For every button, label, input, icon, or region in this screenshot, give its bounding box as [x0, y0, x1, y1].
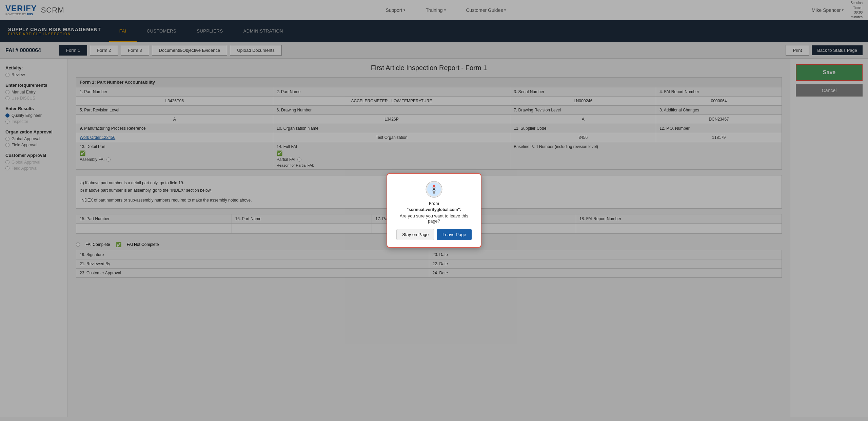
svg-point-4	[433, 188, 435, 190]
modal-buttons: Stay on Page Leave Page	[394, 229, 474, 240]
leave-page-modal: From "scrmuat.verifyglobal.com": Are you…	[387, 173, 481, 248]
modal-from-text: From	[394, 201, 474, 206]
modal-overlay: From "scrmuat.verifyglobal.com": Are you…	[0, 0, 868, 417]
modal-message: Are you sure you want to leave this page…	[394, 213, 474, 224]
stay-on-page-button[interactable]: Stay on Page	[396, 229, 434, 240]
leave-page-button[interactable]: Leave Page	[437, 229, 471, 240]
modal-icon	[426, 181, 442, 198]
safari-compass-icon	[426, 181, 442, 198]
modal-site-name: "scrmuat.verifyglobal.com":	[394, 207, 474, 212]
